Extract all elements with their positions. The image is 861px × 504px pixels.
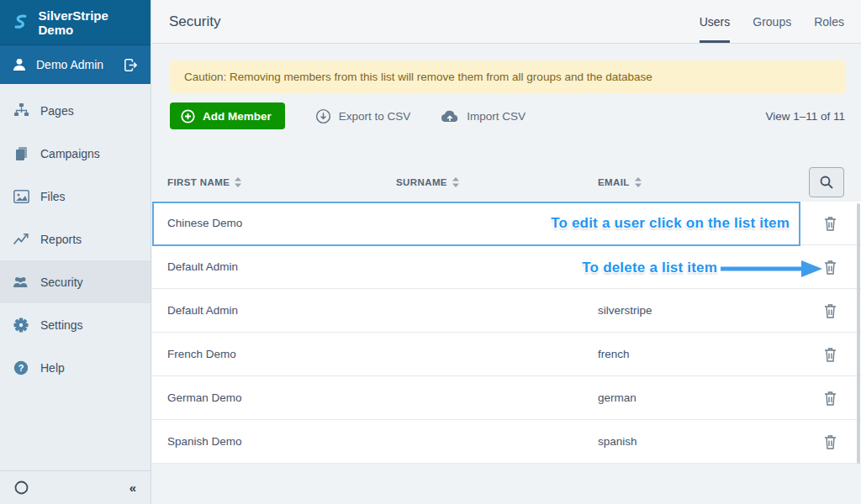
- gear-icon: [13, 318, 29, 333]
- sidebar-item-label: Security: [40, 276, 83, 289]
- sidebar-item-help[interactable]: ? Help: [0, 346, 151, 389]
- sidebar-item-files[interactable]: Files: [0, 175, 151, 218]
- plus-circle-icon: [181, 109, 195, 123]
- sidebar-item-pages[interactable]: Pages: [0, 89, 151, 132]
- sort-icon[interactable]: [635, 177, 642, 187]
- add-member-label: Add Member: [203, 110, 272, 123]
- group-icon: [13, 276, 29, 288]
- delete-member-button[interactable]: [821, 300, 840, 322]
- column-header-email[interactable]: EMAIL: [583, 177, 799, 187]
- pagination-label: View 1–11 of 11: [765, 110, 845, 123]
- sidebar-item-settings[interactable]: Settings: [0, 303, 151, 346]
- export-csv-label: Export to CSV: [339, 110, 411, 123]
- sidebar-item-label: Settings: [40, 318, 83, 332]
- sitemap-icon: [13, 103, 29, 118]
- trash-icon: [824, 260, 837, 275]
- trash-icon: [824, 347, 837, 362]
- sidebar-item-label: Pages: [40, 104, 74, 118]
- tabs: Users Groups Roles: [700, 0, 844, 43]
- sort-icon[interactable]: [235, 177, 241, 187]
- image-icon: [13, 190, 29, 203]
- export-csv-button[interactable]: Export to CSV: [315, 108, 411, 124]
- chart-icon: [13, 233, 29, 245]
- sidebar-item-reports[interactable]: Reports: [0, 218, 151, 260]
- logout-icon[interactable]: [123, 57, 139, 73]
- silverstripe-logo-icon: [10, 12, 30, 34]
- trash-icon: [824, 216, 837, 231]
- sort-icon[interactable]: [452, 177, 459, 187]
- sidebar-item-label: Reports: [40, 233, 82, 246]
- search-icon: [819, 175, 834, 190]
- member-row[interactable]: Chinese Demo: [152, 202, 861, 245]
- member-row[interactable]: Default Admin silverstripe: [152, 289, 861, 333]
- campaigns-icon: [13, 146, 29, 161]
- tab-users[interactable]: Users: [700, 0, 731, 43]
- tab-roles[interactable]: Roles: [814, 0, 844, 43]
- main-panel: Security Users Groups Roles Caution: Rem…: [152, 0, 861, 504]
- column-header-surname[interactable]: SURNAME: [381, 177, 583, 187]
- sidebar-item-security[interactable]: Security: [0, 260, 151, 303]
- help-icon: ?: [13, 360, 29, 375]
- brand-title: SilverStripe Demo: [38, 8, 140, 37]
- scrollbar-thumb[interactable]: [857, 203, 860, 464]
- cloud-upload-icon: [441, 109, 459, 123]
- member-row[interactable]: Default Admin: [152, 245, 861, 289]
- import-csv-button[interactable]: Import CSV: [441, 109, 526, 123]
- sidebar-item-label: Help: [40, 361, 65, 375]
- user-icon: [12, 57, 27, 72]
- members-grid: FIRST NAME SURNAME EMAIL: [152, 163, 861, 464]
- sidebar-item-label: Files: [40, 190, 66, 203]
- sidebar-nav: Pages Campaigns Files Reports Security: [0, 84, 151, 389]
- sidebar-item-label: Campaigns: [40, 147, 100, 160]
- main-header: Security Users Groups Roles: [152, 0, 861, 44]
- member-row[interactable]: Spanish Demo spanish: [152, 420, 861, 464]
- sidebar: SilverStripe Demo Demo Admin Pages Campa…: [0, 0, 151, 504]
- trash-icon: [824, 434, 837, 449]
- grid-header: FIRST NAME SURNAME EMAIL: [152, 163, 861, 202]
- user-menu[interactable]: Demo Admin: [0, 45, 151, 84]
- import-csv-label: Import CSV: [467, 110, 526, 123]
- brand-header: SilverStripe Demo: [0, 0, 151, 45]
- delete-member-button[interactable]: [821, 387, 840, 409]
- member-row[interactable]: German Demo german: [152, 376, 861, 420]
- sidebar-item-campaigns[interactable]: Campaigns: [0, 132, 151, 175]
- add-member-button[interactable]: Add Member: [170, 102, 285, 129]
- svg-text:?: ?: [18, 363, 24, 373]
- trash-icon: [824, 303, 837, 318]
- sidebar-footer: «: [0, 470, 151, 504]
- caution-banner: Caution: Removing members from this list…: [170, 60, 845, 93]
- column-header-first-name[interactable]: FIRST NAME: [152, 177, 381, 187]
- trash-icon: [824, 391, 837, 406]
- delete-member-button[interactable]: [821, 256, 840, 278]
- page-title: Security: [169, 13, 220, 30]
- delete-member-button[interactable]: [821, 213, 840, 234]
- status-circle-icon[interactable]: [14, 480, 29, 495]
- content: Caution: Removing members from this list…: [152, 60, 861, 504]
- member-row[interactable]: French Demo french: [152, 333, 861, 376]
- tab-groups[interactable]: Groups: [753, 0, 791, 43]
- user-name: Demo Admin: [36, 58, 114, 71]
- delete-member-button[interactable]: [821, 431, 840, 453]
- collapse-sidebar-button[interactable]: «: [129, 480, 136, 495]
- download-circle-icon: [315, 108, 331, 124]
- search-button[interactable]: [809, 167, 844, 197]
- toolbar: Add Member Export to CSV Import CSV View…: [170, 102, 845, 129]
- delete-member-button[interactable]: [821, 344, 840, 365]
